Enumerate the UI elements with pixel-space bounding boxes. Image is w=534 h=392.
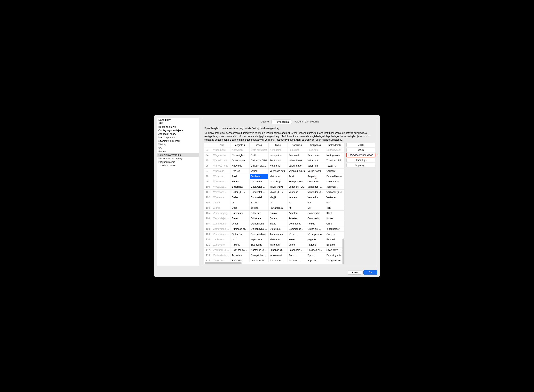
cell[interactable]: Ostaja	[268, 211, 287, 216]
table-row[interactable]: 110zapłaconopaidzaplacenaMaksettuversépa…	[204, 237, 344, 242]
table-row[interactable]: 114ZwróconoRefundedVrácená částkaPalaute…	[204, 258, 344, 262]
cell[interactable]: Net weight:	[231, 153, 250, 158]
sidebar-item[interactable]: Wezwania do zapłaty	[157, 157, 199, 160]
cell[interactable]: Acheteur	[287, 216, 306, 221]
cell[interactable]: Orden de …	[306, 226, 325, 232]
cell[interactable]: Verkoper (JST	[325, 190, 344, 195]
cell[interactable]: Načtením QR …	[250, 247, 268, 253]
cell[interactable]: Vendedor (IVA)	[306, 184, 325, 190]
table-scroll[interactable]: Tekstangielskiczeskifińskifrancuskihiszp…	[204, 143, 344, 262]
cell[interactable]: Order	[325, 221, 344, 226]
cell[interactable]: Maksettu	[268, 237, 287, 242]
cell[interactable]: ze dne	[250, 200, 268, 205]
cell[interactable]: Valeur brute	[287, 158, 306, 163]
cell[interactable]: Del	[306, 205, 325, 211]
cell[interactable]: Válido hasta	[306, 168, 325, 174]
sidebar-item[interactable]: Waluty	[157, 143, 199, 146]
cell[interactable]: Nettogewicht	[325, 153, 344, 158]
sidebar-item[interactable]: Szablony numeracji	[157, 139, 199, 143]
cell[interactable]: Inkooporder	[325, 226, 344, 232]
table-row[interactable]: 99WykonawcaSellerrDodavatelUrakoitsijaEn…	[204, 179, 344, 184]
cell[interactable]: Purchaser	[231, 211, 250, 216]
cell[interactable]: Verkoper …	[325, 184, 344, 190]
cell[interactable]: Order No.	[231, 232, 250, 237]
table-row[interactable]: 97Ważna doExpiresVypršíVoimassa astiVala…	[204, 168, 344, 174]
sidebar-item[interactable]: JPK	[157, 121, 199, 125]
cell[interactable]: Poids net	[287, 147, 306, 153]
cell[interactable]: Odběratel	[250, 211, 268, 216]
horizontal-scrollbar-thumb[interactable]	[204, 262, 242, 264]
cell[interactable]: Ostotilaus	[268, 226, 287, 232]
cell[interactable]: Importe …	[306, 258, 325, 262]
table-row[interactable]: 98WpłaconoPaidZaplacenMaksettuPayéPagado…	[204, 174, 344, 179]
cell[interactable]: Dodavatel …	[250, 184, 268, 190]
sidebar-item[interactable]: Konta bankowe	[157, 125, 199, 129]
cell[interactable]: Verokannat	[268, 253, 287, 258]
cell[interactable]: Taux …	[287, 253, 306, 258]
import-button[interactable]: Importuj...	[346, 163, 375, 167]
cell[interactable]: of	[231, 200, 250, 205]
cell[interactable]: Čistá hmotnost	[250, 147, 268, 153]
cell[interactable]: Seller	[231, 195, 250, 200]
sidebar-item[interactable]: Osoby wystawiające	[157, 129, 199, 132]
cell[interactable]: Commande …	[287, 226, 306, 232]
cell[interactable]: Myyjä (ALV)	[268, 184, 287, 190]
cell[interactable]: Payé	[287, 174, 306, 179]
cell[interactable]: Scan deze QR	[325, 247, 344, 253]
cell[interactable]: Net weight	[231, 147, 250, 153]
cell[interactable]: Vendedor (JST)	[306, 190, 325, 195]
cell[interactable]: pagado	[306, 237, 325, 242]
cell[interactable]: Totaal …	[325, 163, 344, 168]
cell[interactable]: Zaplacen	[250, 174, 268, 179]
export-button[interactable]: Eksportuj...	[346, 158, 375, 162]
cell[interactable]: Net value	[231, 163, 250, 168]
cancel-button[interactable]: Anuluj	[348, 270, 362, 275]
cell[interactable]: Celkem bez …	[250, 163, 268, 168]
cell[interactable]: Comprador	[306, 211, 325, 216]
cell[interactable]: Belastingtarie	[325, 253, 344, 258]
cell[interactable]: N° de …	[287, 232, 306, 237]
sidebar-item[interactable]: VAT	[157, 146, 199, 149]
cell[interactable]: Valeur nette	[287, 163, 306, 168]
cell[interactable]: Myyjä	[268, 195, 287, 200]
cell[interactable]: Vyprší	[250, 168, 268, 174]
sidebar-item[interactable]: Dane firmy	[157, 118, 199, 121]
table-row[interactable]: 96Wartość nettoNet valueCelkem bez …Nett…	[204, 163, 344, 168]
cell[interactable]: Dodavatel	[250, 195, 268, 200]
cell[interactable]: Tax rates	[231, 253, 250, 258]
cell[interactable]: Valor neto	[306, 163, 325, 168]
column-header[interactable]: Tekst	[212, 143, 231, 147]
cell[interactable]: Valor bruto	[306, 158, 325, 163]
table-row[interactable]: 95Wartość bruttoGross valueCelkem s DPHB…	[204, 158, 344, 163]
table-row[interactable]: 107ZamówienieOrderObjednávkaTilausComman…	[204, 221, 344, 226]
sidebar-item[interactable]: Jednostki miary	[157, 132, 199, 135]
cell[interactable]: Versé	[287, 242, 306, 247]
ok-button[interactable]: OK	[363, 270, 377, 275]
cell[interactable]: Betaald	[325, 242, 344, 247]
cell[interactable]: Refunded	[231, 258, 250, 262]
cell[interactable]: Totaal incl.BT	[325, 158, 344, 163]
table-row[interactable]: 109Zamówienie nrOrder No.Objednávka č.Ti…	[204, 232, 344, 237]
cell[interactable]: Seller(Tax)	[231, 184, 250, 190]
table-row[interactable]: 112Zeskanuj kod …Scan the cod…Načtením Q…	[204, 247, 344, 253]
column-header[interactable]: francuski	[287, 143, 306, 147]
cell[interactable]: van	[325, 200, 344, 205]
cell[interactable]: zaplacena	[250, 237, 268, 242]
cell[interactable]: Betaald bedra	[325, 174, 344, 179]
cell[interactable]: Vrácená částka	[250, 258, 268, 262]
cell[interactable]: N° de pedido	[306, 232, 325, 237]
cell[interactable]: Buyer	[231, 216, 250, 221]
cell[interactable]: Bruttoarvo	[268, 158, 287, 163]
cell[interactable]: Montant …	[287, 258, 306, 262]
cell[interactable]: Expires	[231, 168, 250, 174]
sidebar-item[interactable]: Ustawienia wydruku	[157, 153, 199, 157]
cell[interactable]: of	[268, 200, 287, 205]
table-row[interactable]: 104Z dniaDateZe dnePäivämääräAuDelVan	[204, 205, 344, 211]
cell[interactable]: Dodavatel	[250, 179, 268, 184]
cell[interactable]: Paid	[231, 174, 250, 179]
cell[interactable]: Acheteur	[287, 211, 306, 216]
cell[interactable]: Objednávka …	[250, 226, 268, 232]
cell[interactable]: Odběratel	[250, 216, 268, 221]
cell[interactable]: Sellerr	[231, 179, 250, 184]
cell[interactable]: Zaplacena	[250, 242, 268, 247]
